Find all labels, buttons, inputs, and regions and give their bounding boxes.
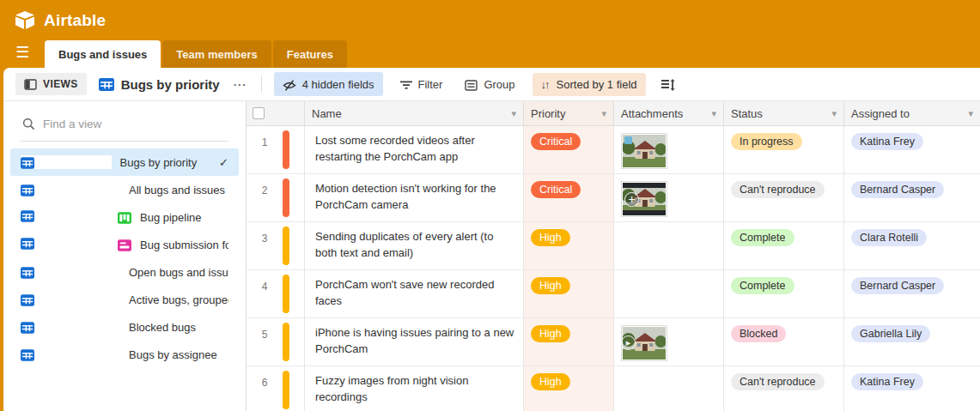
table-row[interactable]: 1 Lost some recorded videos after restar… xyxy=(247,126,980,174)
chevron-down-icon[interactable]: ▾ xyxy=(711,108,716,119)
attachments-cell[interactable] xyxy=(614,222,724,269)
content-area: Find a view Bugs by priority ✓ xyxy=(3,101,980,411)
sidebar-view-item[interactable]: Open bugs and issues ✓ xyxy=(10,258,239,286)
status-cell[interactable]: Can't reproduce xyxy=(724,366,844,411)
table-row[interactable]: 4 PorchCam won't save new recorded faces… xyxy=(247,270,980,318)
row-number-cell[interactable]: 3 xyxy=(247,222,305,269)
assigned-to-cell[interactable]: Katina Frey xyxy=(844,366,980,411)
priority-cell[interactable]: High xyxy=(524,270,614,317)
attachment-chip-icon xyxy=(624,136,632,144)
group-icon xyxy=(465,77,478,90)
airtable-logo[interactable]: Airtable xyxy=(14,10,106,31)
search-icon xyxy=(22,117,35,130)
assigned-to-cell[interactable]: Bernard Casper xyxy=(844,270,980,317)
name-cell[interactable]: Lost some recorded videos after restarti… xyxy=(305,126,524,173)
assigned-to-cell[interactable]: Bernard Casper xyxy=(844,174,980,221)
assigned-to-cell[interactable]: Katina Frey xyxy=(844,126,980,173)
view-list: Bugs by priority ✓ All bugs and issues ✓ xyxy=(3,148,246,368)
table-row[interactable]: 6 Fuzzy images from night vision recordi… xyxy=(247,366,980,411)
attachments-cell[interactable]: + ▸ xyxy=(614,318,724,366)
view-options-menu-icon[interactable]: ··· xyxy=(232,78,249,91)
current-view-switcher[interactable]: Bugs by priority xyxy=(99,77,220,92)
grid-view-icon xyxy=(21,348,120,361)
sidebar-view-item[interactable]: All bugs and issues ✓ xyxy=(10,176,239,203)
filter-button[interactable]: Filter xyxy=(395,73,448,96)
chevron-down-icon[interactable]: ▾ xyxy=(601,108,606,119)
status-cell[interactable]: Complete xyxy=(724,270,844,317)
priority-cell[interactable]: Critical xyxy=(524,126,614,173)
attachment-thumbnail[interactable]: + ▸ xyxy=(621,181,667,217)
hidden-fields-button[interactable]: 4 hidden fields xyxy=(274,72,383,95)
priority-cell[interactable]: High xyxy=(524,318,614,366)
priority-cell[interactable]: High xyxy=(524,366,614,411)
column-header-name[interactable]: Name ▾ xyxy=(305,101,524,125)
row-number: 2 xyxy=(259,184,271,221)
status-cell[interactable]: Can't reproduce xyxy=(724,174,844,221)
status-cell[interactable]: Complete xyxy=(724,222,844,269)
table-row[interactable]: 3 Sending duplicates of every alert (to … xyxy=(247,222,980,270)
top-app-bar: Airtable xyxy=(0,0,980,40)
table-row[interactable]: 2 Motion detection isn't working for the… xyxy=(247,174,980,222)
attachment-thumbnail[interactable]: + ▸ xyxy=(621,133,667,169)
eye-slash-icon xyxy=(283,77,296,90)
toolbar-divider xyxy=(261,76,262,93)
select-all-checkbox[interactable] xyxy=(253,107,265,119)
views-toggle-button[interactable]: VIEWS xyxy=(15,73,87,95)
assigned-to-cell[interactable]: Gabriella Lily xyxy=(844,318,980,366)
chevron-down-icon[interactable]: ▾ xyxy=(511,108,516,119)
sort-button[interactable]: ↓↑ Sorted by 1 field xyxy=(533,73,646,96)
assigned-to-cell[interactable]: Clara Rotelli xyxy=(844,222,980,269)
attachments-cell[interactable]: + ▸ xyxy=(614,126,724,173)
row-height-button[interactable] xyxy=(658,72,679,96)
group-button[interactable]: Group xyxy=(460,72,520,95)
sort-arrows-icon: ↓↑ xyxy=(541,78,549,91)
attachments-cell[interactable] xyxy=(614,366,724,411)
row-number-cell[interactable]: 4 xyxy=(247,270,305,317)
table-row[interactable]: 5 iPhone is having issues pairing to a n… xyxy=(247,318,980,366)
status-cell[interactable]: In progress xyxy=(724,126,844,173)
priority-cell[interactable]: High xyxy=(524,222,614,269)
table-tab[interactable]: Features xyxy=(273,40,347,68)
name-cell[interactable]: Sending duplicates of every alert (to bo… xyxy=(305,222,524,269)
assignee-badge: Clara Rotelli xyxy=(851,229,927,246)
chevron-down-icon[interactable]: ▾ xyxy=(831,108,837,119)
row-height-icon xyxy=(661,77,676,91)
grid-view-icon xyxy=(21,293,120,306)
row-number-cell[interactable]: 1 xyxy=(247,126,305,173)
grid-view-icon xyxy=(21,210,109,224)
assignee-badge: Bernard Casper xyxy=(851,277,944,294)
column-header-status[interactable]: Status ▾ xyxy=(724,101,844,125)
attachment-thumbnail[interactable]: + ▸ xyxy=(621,325,667,361)
attachments-cell[interactable] xyxy=(614,270,724,317)
column-header-priority[interactable]: Priority ▾ xyxy=(524,101,614,125)
column-header-assigned-to[interactable]: Assigned to ▾ xyxy=(844,101,980,125)
attachments-cell[interactable]: + ▸ xyxy=(614,174,724,221)
name-cell[interactable]: PorchCam won't save new recorded faces xyxy=(305,270,524,317)
sidebar-view-item[interactable]: Bug submission form ✓ xyxy=(10,231,239,258)
sidebar-view-item[interactable]: Blocked bugs ✓ xyxy=(10,313,239,341)
priority-cell[interactable]: Critical xyxy=(524,174,614,221)
row-number-cell[interactable]: 6 xyxy=(247,366,305,411)
priority-badge: High xyxy=(531,229,570,246)
sidebar-view-item[interactable]: Bugs by priority ✓ xyxy=(10,148,239,176)
find-view-search[interactable]: Find a view xyxy=(21,112,228,136)
grid-view-icon xyxy=(21,265,120,279)
hamburger-menu-icon[interactable]: ☰ xyxy=(0,40,45,68)
row-number: 4 xyxy=(259,281,271,317)
assignee-badge: Katina Frey xyxy=(851,133,923,150)
table-tab[interactable]: Team members xyxy=(162,40,271,68)
sidebar-view-item[interactable]: Bugs by assignee ✓ xyxy=(10,341,239,368)
row-number-cell[interactable]: 5 xyxy=(247,318,305,366)
sidebar-view-item[interactable]: Bug pipeline ✓ xyxy=(10,203,239,231)
app-surface: VIEWS Bugs by priority ··· 4 hidden fiel… xyxy=(3,68,980,411)
grid-view-icon xyxy=(21,155,112,169)
sidebar-view-item[interactable]: Active bugs, grouped by priority ✓ xyxy=(10,286,239,313)
column-header-attachments[interactable]: Attachments ▾ xyxy=(614,101,724,125)
name-cell[interactable]: Fuzzy images from night vision recording… xyxy=(305,366,524,411)
name-cell[interactable]: iPhone is having issues pairing to a new… xyxy=(305,318,524,366)
row-number-cell[interactable]: 2 xyxy=(247,174,305,221)
table-tab[interactable]: Bugs and issues xyxy=(45,40,161,68)
status-cell[interactable]: Blocked xyxy=(724,318,844,366)
chevron-down-icon[interactable]: ▾ xyxy=(968,108,973,119)
name-cell[interactable]: Motion detection isn't working for the P… xyxy=(305,174,524,221)
